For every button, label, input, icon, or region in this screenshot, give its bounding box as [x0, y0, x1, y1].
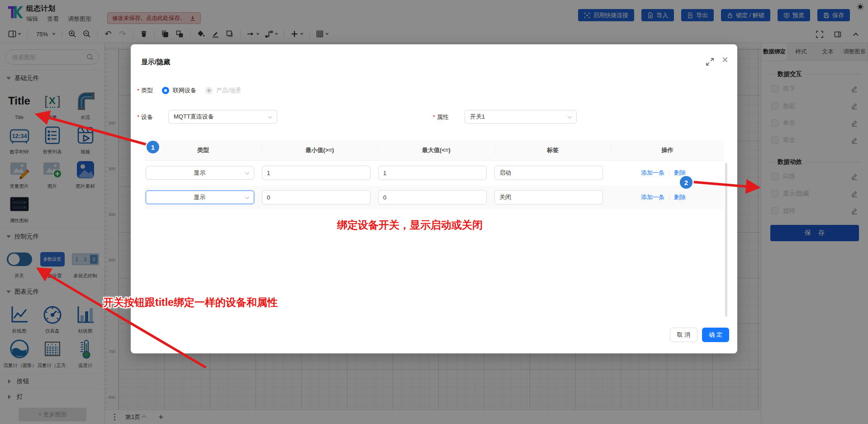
show-hide-dialog: 显示/隐藏 × * 类型 联网设备 产品/场景 *设备 MQTT直连设备 *属性… [131, 44, 737, 353]
radio-networked-device-label: 联网设备 [173, 86, 196, 95]
chevron-down-icon [567, 116, 572, 119]
type-field: * 类型 联网设备 产品/场景 [137, 86, 242, 95]
row1-type-select[interactable]: 显示 [146, 166, 254, 180]
radio-product-scene-label: 产品/场景 [216, 86, 242, 95]
table-row: 显示 添加一条 删除 [145, 185, 724, 210]
dialog-footer: 取 消 确 定 [670, 328, 729, 342]
row2-delete-link[interactable]: 删除 [674, 193, 686, 201]
close-icon[interactable]: × [722, 54, 728, 65]
chevron-down-icon [268, 116, 273, 119]
radio-product-scene[interactable] [205, 87, 213, 94]
attribute-select[interactable]: 开关1 [465, 110, 577, 124]
device-label: 设备 [141, 114, 153, 120]
row2-add-link[interactable]: 添加一条 [641, 193, 664, 201]
row1-add-link[interactable]: 添加一条 [641, 169, 664, 177]
row2-max-input[interactable] [378, 190, 487, 205]
row2-tag-input[interactable] [494, 190, 603, 205]
row1-max-input[interactable] [378, 166, 487, 180]
row2-type-select[interactable]: 显示 [146, 191, 254, 204]
type-label: 类型 [141, 86, 153, 95]
attr-label: 属性 [437, 114, 449, 120]
row1-tag-input[interactable] [494, 166, 603, 180]
table-header: 类型 最小值(>=) 最大值(<=) 标签 操作 [145, 140, 724, 161]
device-select[interactable]: MQTT直连设备 [168, 110, 277, 124]
table-row: 显示 添加一条 删除 [145, 161, 724, 185]
cancel-button[interactable]: 取 消 [670, 328, 698, 342]
row2-min-input[interactable] [262, 190, 370, 205]
app-root: 组态计划 编辑 查看 调整图形 修改未保存。点击此处保存。 启用快捷连接 导入 [0, 0, 868, 424]
dialog-title: 显示/隐藏 [141, 58, 170, 67]
device-attr-row: *设备 MQTT直连设备 *属性 开关1 [137, 110, 725, 124]
radio-networked-device[interactable] [162, 87, 169, 94]
table-scrollbar[interactable] [725, 163, 727, 317]
conditions-table: 类型 最小值(>=) 最大值(<=) 标签 操作 显示 添加一条 删除 [145, 140, 724, 210]
chevron-down-icon [245, 172, 250, 175]
confirm-button[interactable]: 确 定 [702, 328, 729, 342]
fullscreen-icon[interactable] [706, 58, 714, 66]
row1-delete-link[interactable]: 删除 [674, 169, 686, 177]
row1-min-input[interactable] [262, 166, 370, 180]
chevron-down-icon [245, 196, 250, 200]
